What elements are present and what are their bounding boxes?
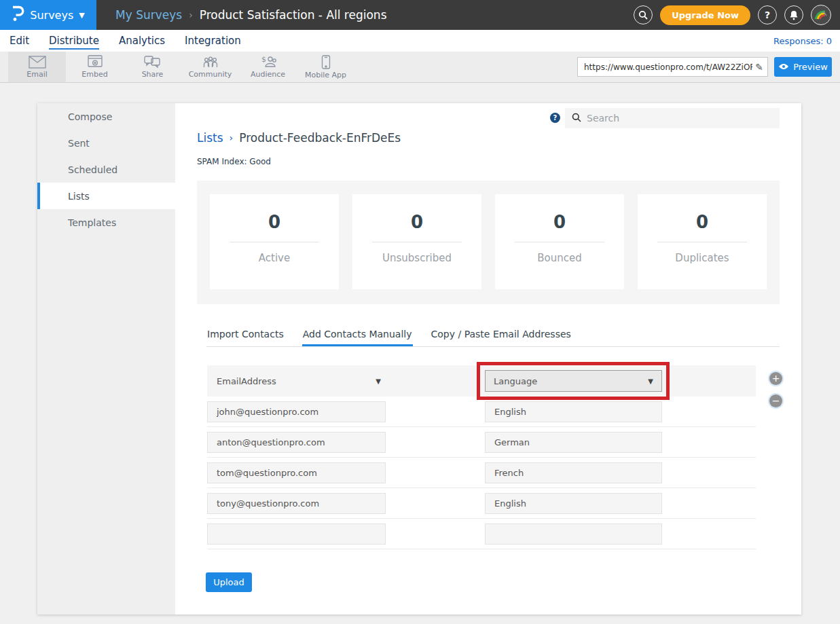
topbar: Surveys ▼ My Surveys › Product Satisfact…	[0, 0, 840, 30]
toolbar-item-share[interactable]: Share	[124, 52, 181, 82]
stat-value: 0	[268, 212, 280, 232]
toolbar-item-audience[interactable]: $ Audience	[239, 52, 297, 82]
list-stats: 0 Active 0 Unsubscribed 0 Bounced 0 Dupl…	[197, 181, 780, 304]
app-logo[interactable]: Surveys ▼	[0, 0, 96, 30]
tab-analytics[interactable]: Analytics	[119, 31, 165, 51]
add-contacts-form: EmailAddress ▼ Language ▼	[207, 365, 756, 549]
spam-index-value: Good	[249, 157, 271, 166]
contacts-tabs: Import Contacts Add Contacts Manually Co…	[206, 325, 780, 347]
magnifier-icon	[572, 112, 581, 125]
help-icon-small[interactable]: ?	[550, 113, 560, 123]
language-field[interactable]	[485, 462, 662, 483]
audience-icon: $	[259, 55, 277, 69]
eye-icon	[778, 62, 789, 72]
email-field[interactable]	[207, 524, 386, 545]
avatar[interactable]	[811, 5, 831, 25]
tab-copy-paste-email-addresses[interactable]: Copy / Paste Email Addresses	[431, 325, 572, 346]
breadcrumb-lists-link[interactable]: Lists	[197, 131, 223, 145]
contact-row	[207, 519, 756, 549]
survey-url-input[interactable]	[584, 62, 752, 72]
email-sidebar: Compose Sent Scheduled Lists Templates	[37, 103, 175, 614]
chevron-down-icon: ▼	[376, 378, 381, 385]
language-field[interactable]	[485, 493, 662, 514]
sidebar-item-lists[interactable]: Lists	[37, 183, 175, 209]
stat-label: Active	[259, 252, 290, 264]
product-name: Surveys	[30, 9, 73, 22]
email-field[interactable]	[207, 462, 386, 483]
spam-index: SPAM Index: Good	[197, 157, 271, 166]
stat-label: Unsubscribed	[382, 252, 452, 264]
contact-row	[207, 427, 756, 458]
contact-rows	[207, 397, 756, 549]
language-field[interactable]	[485, 432, 662, 453]
stat-card-active: 0 Active	[210, 194, 339, 289]
sidebar-item-sent[interactable]: Sent	[37, 130, 175, 156]
divider	[515, 242, 604, 242]
topbar-actions: Upgrade Now ?	[634, 5, 831, 25]
list-breadcrumb: Lists › Product-Feedback-EnFrDeEs	[197, 131, 401, 145]
stat-value: 0	[411, 212, 423, 232]
remove-row-button[interactable]: −	[769, 394, 782, 407]
contact-row	[207, 397, 756, 427]
upload-button[interactable]: Upload	[206, 572, 252, 592]
tab-distribute[interactable]: Distribute	[49, 31, 99, 51]
toolbar-item-email[interactable]: Email	[8, 52, 66, 82]
language-field[interactable]	[485, 524, 662, 545]
search-input[interactable]	[587, 113, 773, 124]
stat-value: 0	[553, 212, 566, 232]
community-icon	[202, 55, 219, 69]
stat-label: Bounced	[537, 252, 581, 264]
divider	[657, 242, 747, 242]
sidebar-item-compose[interactable]: Compose	[37, 103, 175, 130]
tab-integration[interactable]: Integration	[185, 31, 241, 51]
email-field[interactable]	[207, 493, 386, 514]
email-icon	[29, 56, 46, 69]
questionpro-p-icon	[12, 5, 24, 25]
language-field[interactable]	[485, 401, 662, 422]
stat-card-bounced: 0 Bounced	[495, 194, 624, 289]
breadcrumb-separator: ›	[189, 10, 193, 20]
edit-url-pencil-icon[interactable]: ✎	[752, 62, 763, 73]
column-mapping-row: EmailAddress ▼ Language ▼	[207, 365, 756, 397]
page-title: Product Satisfaction - All regions	[200, 8, 387, 22]
survey-url-box: ✎	[577, 57, 768, 77]
chevron-down-icon: ▼	[79, 11, 84, 20]
notifications-bell-icon[interactable]	[784, 5, 803, 24]
lists-content: ? Lists › Product-Feedback-EnFrDeEs SPAM…	[175, 103, 801, 614]
sidebar-item-scheduled[interactable]: Scheduled	[37, 156, 175, 183]
mobile-app-icon	[321, 55, 331, 69]
embed-icon	[87, 55, 103, 69]
survey-nav: Edit Distribute Analytics Integration Re…	[0, 30, 840, 52]
list-search-box	[565, 108, 780, 128]
share-icon	[144, 55, 161, 69]
search-icon[interactable]	[634, 5, 653, 24]
toolbar-item-embed[interactable]: Embed	[66, 52, 124, 82]
tab-import-contacts[interactable]: Import Contacts	[206, 325, 285, 346]
sidebar-item-templates[interactable]: Templates	[37, 209, 175, 236]
stat-value: 0	[696, 212, 708, 232]
divider	[372, 242, 462, 242]
responses-count: Responses: 0	[773, 36, 832, 46]
upgrade-now-button[interactable]: Upgrade Now	[660, 5, 750, 25]
stat-card-duplicates: 0 Duplicates	[638, 194, 767, 289]
chevron-down-icon: ▼	[648, 378, 653, 385]
email-field[interactable]	[207, 432, 386, 453]
toolbar-item-community[interactable]: Community	[181, 52, 239, 82]
preview-button[interactable]: Preview	[774, 57, 832, 77]
svg-text:$: $	[261, 55, 266, 64]
help-icon[interactable]: ?	[758, 5, 777, 24]
list-name: Product-Feedback-EnFrDeEs	[239, 131, 401, 145]
breadcrumb-my-surveys[interactable]: My Surveys	[115, 8, 182, 22]
breadcrumb: My Surveys › Product Satisfaction - All …	[115, 8, 387, 22]
add-row-button[interactable]: +	[769, 372, 782, 385]
email-lists-panel: Compose Sent Scheduled Lists Templates ?…	[37, 103, 801, 614]
stat-card-unsubscribed: 0 Unsubscribed	[352, 194, 481, 289]
language-column-select[interactable]: Language ▼	[485, 370, 662, 392]
tab-edit[interactable]: Edit	[10, 31, 29, 51]
email-field[interactable]	[207, 401, 386, 422]
distribute-toolbar: Email Embed Share Community $ Audience M…	[0, 52, 840, 83]
email-column-select[interactable]: EmailAddress ▼	[217, 370, 381, 392]
tab-add-contacts-manually[interactable]: Add Contacts Manually	[302, 325, 413, 346]
divider	[230, 242, 319, 242]
toolbar-item-mobile-app[interactable]: Mobile App	[297, 52, 354, 82]
